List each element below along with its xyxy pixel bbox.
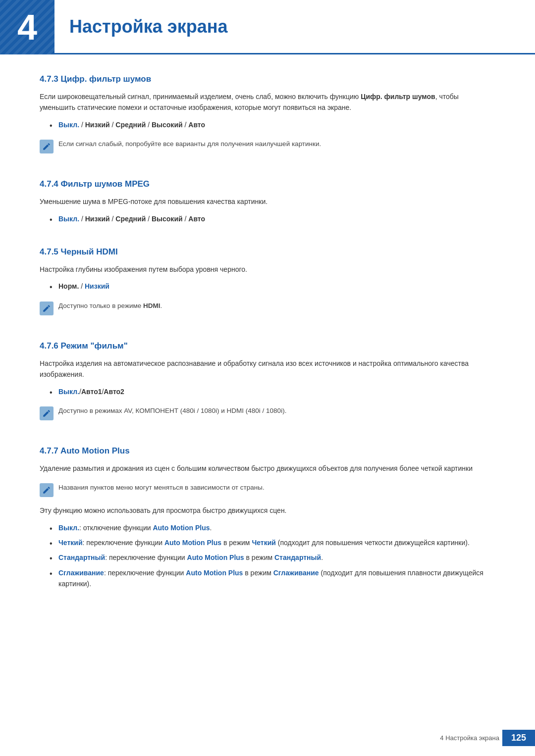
footer-page-number: 125 bbox=[502, 730, 535, 746]
section-473-heading: 4.7.3 Цифр. фильтр шумов bbox=[40, 69, 495, 84]
page-container: 4 Настройка экрана 4.7.3 Цифр. фильтр шу… bbox=[0, 0, 535, 756]
section-477-bullets: Выкл.: отключение функции Auto Motion Pl… bbox=[40, 522, 495, 590]
chapter-header: 4 Настройка экрана bbox=[0, 0, 535, 54]
note-icon bbox=[40, 140, 54, 153]
section-475-note-text: Доступно только в режиме HDMI. bbox=[58, 301, 162, 311]
list-item: Четкий: переключение функции Auto Motion… bbox=[50, 537, 495, 548]
chapter-title: Настройка экрана bbox=[69, 16, 228, 37]
section-473-note: Если сигнал слабый, попробуйте все вариа… bbox=[40, 136, 495, 156]
option-off: Выкл. bbox=[58, 121, 79, 129]
section-477-body2: Эту функцию можно использовать для просм… bbox=[40, 505, 495, 516]
chapter-number: 4 bbox=[17, 7, 37, 48]
pencil-icon bbox=[42, 142, 51, 151]
section-476: 4.7.6 Режим "фильм" Настройка изделия на… bbox=[40, 336, 495, 423]
pencil-icon bbox=[42, 409, 51, 418]
section-477-body1: Удаление размытия и дрожания из сцен с б… bbox=[40, 463, 495, 474]
section-476-note: Доступно в режимах AV, КОМПОНЕНТ (480i /… bbox=[40, 403, 495, 423]
note-icon bbox=[40, 483, 54, 497]
list-item: Выкл.: отключение функции Auto Motion Pl… bbox=[50, 522, 495, 533]
note-icon bbox=[40, 406, 54, 420]
section-476-body: Настройка изделия на автоматическое расп… bbox=[40, 358, 495, 380]
chapter-number-block: 4 bbox=[0, 0, 54, 54]
section-474-bullets: Выкл. / Низкий / Средний / Высокий / Авт… bbox=[40, 213, 495, 224]
section-476-bullets: Выкл./Авто1/Авто2 bbox=[40, 386, 495, 397]
section-475: 4.7.5 Черный HDMI Настройка глубины изоб… bbox=[40, 242, 495, 318]
page-footer: 4 Настройка экрана 125 bbox=[440, 730, 535, 746]
section-475-body: Настройка глубины изображения путем выбо… bbox=[40, 264, 495, 275]
list-item: Выкл. / Низкий / Средний / Высокий / Авт… bbox=[50, 119, 495, 130]
section-476-heading: 4.7.6 Режим "фильм" bbox=[40, 336, 495, 351]
section-477-note1: Названия пунктов меню могут меняться в з… bbox=[40, 480, 495, 500]
pencil-icon bbox=[42, 304, 51, 313]
section-475-bullets: Норм. / Низкий bbox=[40, 281, 495, 292]
section-475-heading: 4.7.5 Черный HDMI bbox=[40, 242, 495, 257]
section-473-note-text: Если сигнал слабый, попробуйте все вариа… bbox=[58, 139, 321, 149]
section-477-heading: 4.7.7 Auto Motion Plus bbox=[40, 441, 495, 456]
chapter-title-block: Настройка экрана bbox=[54, 0, 535, 54]
list-item: Выкл./Авто1/Авто2 bbox=[50, 386, 495, 397]
section-476-note-text: Доступно в режимах AV, КОМПОНЕНТ (480i /… bbox=[58, 406, 286, 416]
section-474: 4.7.4 Фильтр шумов MPEG Уменьшение шума … bbox=[40, 174, 495, 224]
list-item: Сглаживание: переключение функции Auto M… bbox=[50, 567, 495, 590]
list-item: Выкл. / Низкий / Средний / Высокий / Авт… bbox=[50, 213, 495, 224]
section-474-body: Уменьшение шума в MPEG-потоке для повыше… bbox=[40, 196, 495, 207]
section-474-heading: 4.7.4 Фильтр шумов MPEG bbox=[40, 174, 495, 189]
footer-chapter-text: 4 Настройка экрана bbox=[440, 734, 502, 742]
note-icon bbox=[40, 302, 54, 315]
section-473-body: Если широковещательный сигнал, принимаем… bbox=[40, 91, 495, 113]
section-477: 4.7.7 Auto Motion Plus Удаление размытия… bbox=[40, 441, 495, 590]
section-473: 4.7.3 Цифр. фильтр шумов Если широковеща… bbox=[40, 69, 495, 156]
list-item: Стандартный: переключение функции Auto M… bbox=[50, 552, 495, 563]
list-item: Норм. / Низкий bbox=[50, 281, 495, 292]
section-473-bullets: Выкл. / Низкий / Средний / Высокий / Авт… bbox=[40, 119, 495, 130]
section-475-note: Доступно только в режиме HDMI. bbox=[40, 298, 495, 318]
section-477-note1-text: Названия пунктов меню могут меняться в з… bbox=[58, 483, 265, 493]
content-area: 4.7.3 Цифр. фильтр шумов Если широковеща… bbox=[0, 69, 535, 590]
pencil-icon bbox=[42, 486, 51, 495]
